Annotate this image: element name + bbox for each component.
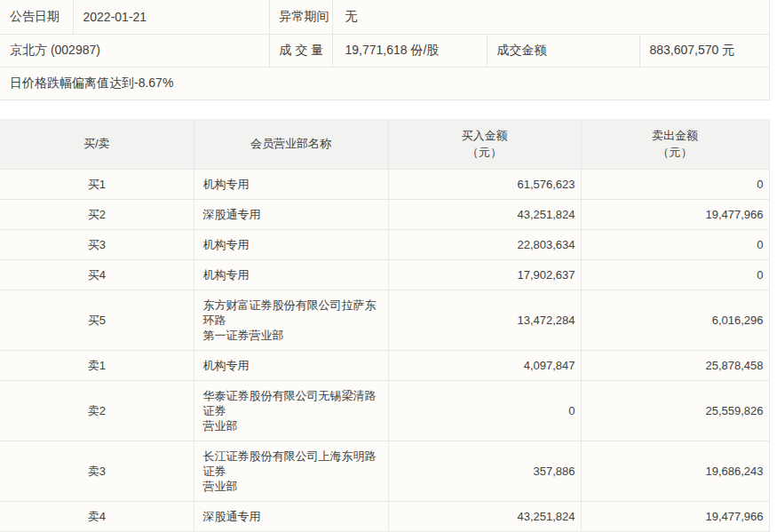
- table-row: 买4 机构专用 17,902,637 0: [0, 260, 769, 290]
- volume-label: 成 交 量: [269, 34, 332, 67]
- buy-sell-rank-cell: 买3: [0, 230, 194, 260]
- buy-amount-cell: 22,803,634: [388, 230, 581, 260]
- buy-amount-cell: 357,886: [388, 441, 581, 502]
- table-row: 卖4 深股通专用 43,251,824 19,477,966: [0, 502, 769, 532]
- volume-value: 19,771,618 份/股: [332, 34, 487, 67]
- buy-sell-rank-cell: 卖4: [0, 502, 194, 532]
- buy-sell-rank-cell: 卖2: [0, 381, 194, 441]
- branch-name-cell: 东方财富证券股份有限公司拉萨东环路 第一证券营业部: [194, 290, 388, 351]
- broker-branch-table: 买/卖 会员营业部名称 买入金额 （元） 卖出金额 （元） 买1 机构专用 61…: [0, 119, 770, 532]
- sell-amount-cell: 19,686,243: [581, 441, 769, 502]
- announce-date-value: 2022-01-21: [73, 0, 269, 34]
- table-row: 买1 机构专用 61,576,623 0: [0, 170, 769, 200]
- table-row: 卖3 长江证券股份有限公司上海东明路证券 营业部 357,886 19,686,…: [0, 441, 769, 502]
- buy-amount-cell: 13,472,284: [388, 290, 581, 351]
- stock-info-table: 公告日期 2022-01-21 异常期间 无 京北方 (002987) 成 交 …: [0, 0, 770, 100]
- turnover-value: 883,607,570 元: [639, 34, 769, 67]
- branch-name-cell: 深股通专用: [194, 200, 388, 230]
- buy-amount-cell: 0: [388, 381, 581, 441]
- buy-sell-rank-cell: 买4: [0, 260, 194, 290]
- branch-name-cell: 机构专用: [194, 351, 388, 381]
- branch-name-cell: 华泰证券股份有限公司无锡梁清路证券 营业部: [194, 381, 388, 441]
- listing-reason: 日价格跌幅偏离值达到-8.67%: [0, 67, 769, 99]
- branch-name-cell: 机构专用: [194, 230, 388, 260]
- trading-disclosure-page: 公告日期 2022-01-21 异常期间 无 京北方 (002987) 成 交 …: [0, 0, 777, 532]
- table-row: 卖2 华泰证券股份有限公司无锡梁清路证券 营业部 0 25,559,826: [0, 381, 769, 441]
- col-header-branch-name: 会员营业部名称: [194, 119, 388, 170]
- table-row: 买5 东方财富证券股份有限公司拉萨东环路 第一证券营业部 13,472,284 …: [0, 290, 769, 351]
- sell-amount-cell: 0: [581, 230, 769, 260]
- buy-amount-cell: 43,251,824: [388, 200, 581, 230]
- buy-amount-cell: 4,097,847: [388, 351, 581, 381]
- col-header-buy-sell: 买/卖: [0, 119, 194, 170]
- section-gap: [0, 100, 777, 119]
- branch-name-cell: 深股通专用: [194, 502, 388, 532]
- buy-amount-cell: 61,576,623: [388, 170, 581, 200]
- broker-table-body: 买1 机构专用 61,576,623 0 买2 深股通专用 43,251,824…: [0, 170, 769, 532]
- buy-sell-rank-cell: 卖1: [0, 351, 194, 381]
- sell-amount-cell: 25,559,826: [581, 381, 769, 441]
- sell-amount-cell: 0: [581, 170, 769, 200]
- table-row: 买2 深股通专用 43,251,824 19,477,966: [0, 200, 769, 230]
- stock-name: 京北方 (002987): [0, 34, 269, 67]
- buy-sell-rank-cell: 买5: [0, 290, 194, 351]
- broker-table-header: 买/卖 会员营业部名称 买入金额 （元） 卖出金额 （元）: [0, 119, 769, 170]
- branch-name-cell: 机构专用: [194, 260, 388, 290]
- buy-sell-rank-cell: 买2: [0, 200, 194, 230]
- buy-sell-rank-cell: 卖3: [0, 441, 194, 502]
- col-header-buy-amount: 买入金额 （元）: [388, 119, 581, 170]
- turnover-label: 成交金额: [487, 34, 639, 67]
- abnormal-period-value: 无: [332, 0, 769, 34]
- sell-amount-cell: 25,878,458: [581, 351, 769, 381]
- branch-name-cell: 机构专用: [194, 170, 388, 200]
- sell-amount-cell: 0: [581, 260, 769, 290]
- branch-name-cell: 长江证券股份有限公司上海东明路证券 营业部: [194, 441, 388, 502]
- col-header-sell-amount: 卖出金额 （元）: [581, 119, 769, 170]
- table-row: 卖1 机构专用 4,097,847 25,878,458: [0, 351, 769, 381]
- buy-amount-cell: 43,251,824: [388, 502, 581, 532]
- buy-sell-rank-cell: 买1: [0, 170, 194, 200]
- sell-amount-cell: 19,477,966: [581, 200, 769, 230]
- table-row: 买3 机构专用 22,803,634 0: [0, 230, 769, 260]
- sell-amount-cell: 19,477,966: [581, 502, 769, 532]
- abnormal-period-label: 异常期间: [269, 0, 332, 34]
- sell-amount-cell: 6,016,296: [581, 290, 769, 351]
- announce-date-label: 公告日期: [0, 0, 73, 34]
- buy-amount-cell: 17,902,637: [388, 260, 581, 290]
